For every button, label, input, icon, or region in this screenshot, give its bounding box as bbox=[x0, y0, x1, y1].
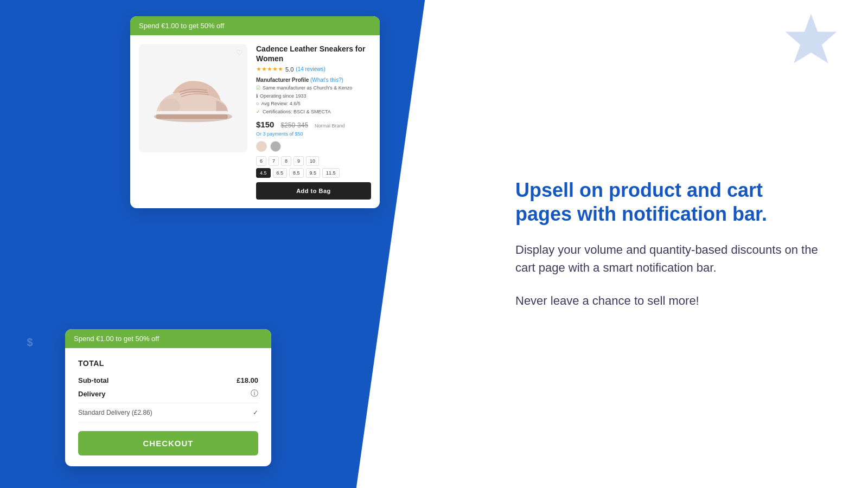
manufacturer-item: Same manufacturer as Church's & Kenzo bbox=[256, 84, 371, 92]
size-7[interactable]: 7 bbox=[269, 156, 279, 166]
manufacturer-item: Certifications: BSCI & SMECTA bbox=[256, 108, 371, 115]
cart-notification-bar: Spend €1.00 to get 50% off bbox=[65, 329, 271, 348]
product-rating: ★★★★★ 5.0 (14 reviews) bbox=[256, 66, 371, 73]
size-4-5[interactable]: 4.5 bbox=[256, 168, 271, 178]
left-panel: $ Spend €1.00 to get 50% off ♡ bbox=[0, 0, 472, 488]
manufacturer-header: Manufacturer Profile (What's this?) bbox=[256, 77, 371, 83]
price-note: Normal Brand bbox=[315, 123, 345, 129]
cart-total-label: TOTAL bbox=[78, 359, 258, 368]
cart-card: Spend €1.00 to get 50% off TOTAL Sub-tot… bbox=[65, 329, 271, 466]
size-row-2: 4.5 6.5 8.5 9.5 11.5 bbox=[256, 168, 371, 178]
right-content: Upsell on product and cart pages with no… bbox=[515, 178, 819, 309]
size-9[interactable]: 9 bbox=[293, 156, 304, 166]
rating-count: (14 reviews) bbox=[296, 66, 325, 72]
badge-icon-bottom: $ bbox=[369, 432, 412, 477]
subtotal-value: £18.00 bbox=[237, 376, 258, 384]
badge-icon-top-right: $ bbox=[781, 11, 841, 73]
svg-text:$: $ bbox=[27, 336, 33, 348]
manufacturer-item: Operating since 1933 bbox=[256, 92, 371, 100]
price-original: $250-345 bbox=[280, 121, 308, 129]
product-title: Cadence Leather Sneakers for Women bbox=[256, 44, 371, 63]
delivery-label: Delivery bbox=[78, 390, 106, 398]
size-6-5[interactable]: 6.5 bbox=[273, 168, 288, 178]
checkout-button[interactable]: CHECKOUT bbox=[78, 431, 258, 455]
dropdown-chevron-icon: ✓ bbox=[253, 409, 258, 416]
size-section: 6 7 8 9 10 4.5 6.5 8.5 9.5 11.5 bbox=[256, 156, 371, 178]
size-11-5[interactable]: 11.5 bbox=[322, 168, 340, 178]
size-6[interactable]: 6 bbox=[256, 156, 266, 166]
installment-text: Or 3 payments of $50 bbox=[256, 131, 371, 137]
delivery-option-label: Standard Delivery (£2.86) bbox=[78, 409, 152, 416]
subtotal-label: Sub-total bbox=[78, 376, 108, 384]
add-to-bag-button[interactable]: Add to Bag bbox=[256, 182, 371, 200]
delivery-dropdown[interactable]: Standard Delivery (£2.86) ✓ bbox=[78, 403, 258, 422]
main-heading: Upsell on product and cart pages with no… bbox=[515, 178, 819, 225]
product-image: ♡ bbox=[139, 44, 247, 152]
product-notification-bar: Spend €1.00 to get 50% off bbox=[130, 16, 380, 35]
info-icon: ⓘ bbox=[251, 389, 258, 399]
manufacturer-list: Same manufacturer as Church's & Kenzo Op… bbox=[256, 84, 371, 115]
manufacturer-item: Avg Review: 4.6/5 bbox=[256, 100, 371, 107]
manufacturer-link: (What's this?) bbox=[310, 77, 343, 83]
svg-text:$: $ bbox=[807, 34, 815, 48]
paragraph-2: Never leave a chance to sell more! bbox=[515, 292, 819, 310]
size-row-1: 6 7 8 9 10 bbox=[256, 156, 371, 166]
size-8[interactable]: 8 bbox=[281, 156, 291, 166]
badge-icon-left: $ bbox=[5, 318, 54, 369]
svg-rect-3 bbox=[156, 111, 228, 115]
heart-icon[interactable]: ♡ bbox=[236, 48, 243, 57]
paragraph-1: Display your volume and quantity-based d… bbox=[515, 241, 819, 277]
price-current: $150 bbox=[256, 120, 274, 129]
rating-stars: ★★★★★ bbox=[256, 66, 283, 73]
rating-value: 5.0 bbox=[285, 66, 293, 73]
color-swatch-nude[interactable] bbox=[256, 141, 267, 152]
svg-text:$: $ bbox=[388, 448, 393, 459]
cart-delivery-row: Delivery ⓘ bbox=[78, 389, 258, 399]
color-options bbox=[256, 141, 371, 152]
sneaker-illustration bbox=[147, 66, 239, 131]
cart-body: TOTAL Sub-total £18.00 Delivery ⓘ Standa… bbox=[65, 348, 271, 466]
product-card: Spend €1.00 to get 50% off ♡ bbox=[130, 16, 380, 208]
color-swatch-grey[interactable] bbox=[270, 141, 281, 152]
price-row: $150 $250-345 Normal Brand bbox=[256, 120, 371, 129]
size-10[interactable]: 10 bbox=[306, 156, 319, 166]
size-8-5[interactable]: 8.5 bbox=[289, 168, 304, 178]
right-panel: $ Upsell on product and cart pages with … bbox=[472, 0, 868, 488]
product-info: Cadence Leather Sneakers for Women ★★★★★… bbox=[256, 44, 371, 200]
svg-rect-4 bbox=[156, 114, 228, 119]
cart-subtotal-row: Sub-total £18.00 bbox=[78, 376, 258, 384]
size-9-5[interactable]: 9.5 bbox=[306, 168, 321, 178]
